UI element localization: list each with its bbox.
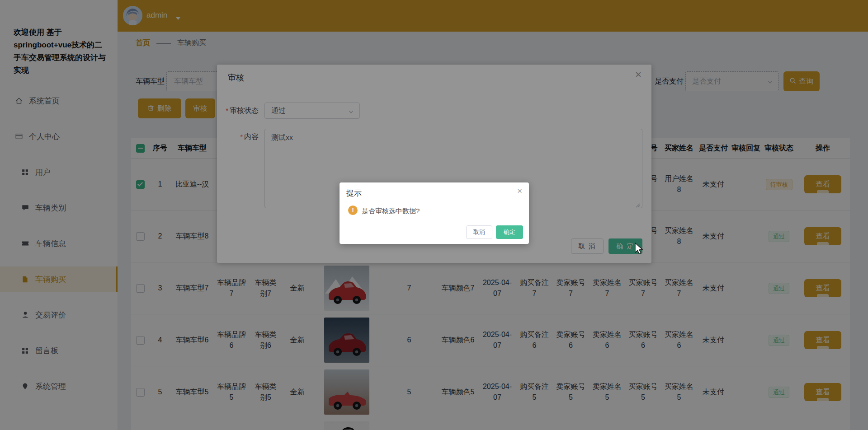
- dialog-cancel-button[interactable]: 取消: [466, 225, 492, 239]
- confirm-dialog: 提示 × ! 是否审核选中数据? 取消 确定: [340, 182, 529, 244]
- confirm-dialog-title: 提示: [346, 188, 362, 198]
- dialog-confirm-button[interactable]: 确定: [496, 225, 523, 239]
- confirm-dialog-message: 是否审核选中数据?: [362, 207, 420, 215]
- app-page: 欢迎使用 基于springboot+vue技术的二手车交易管理系统的设计与实现 …: [0, 0, 868, 430]
- warning-icon: !: [348, 206, 358, 215]
- mouse-cursor: [633, 242, 644, 257]
- close-icon[interactable]: ×: [517, 186, 522, 196]
